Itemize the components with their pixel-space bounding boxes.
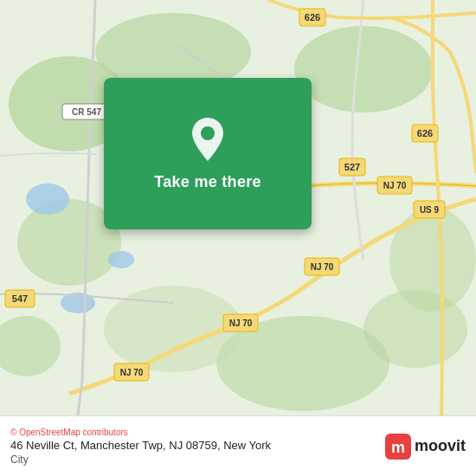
svg-text:527: 527 (344, 162, 360, 172)
osm-credit: © OpenStreetMap contributors (10, 428, 271, 437)
svg-text:CR 547: CR 547 (72, 107, 101, 117)
svg-text:NJ 70: NJ 70 (229, 318, 253, 328)
address-section: © OpenStreetMap contributors 46 Neville … (10, 428, 271, 466)
svg-point-34 (201, 126, 215, 140)
address-line1: 46 Neville Ct, Manchester Twp, NJ 08759,… (10, 439, 271, 452)
map-container: CR 547 626 626 527 NJ 70 US 9 NJ 70 NJ 7… (0, 0, 476, 415)
svg-point-8 (389, 208, 476, 312)
svg-text:NJ 70: NJ 70 (311, 262, 334, 272)
svg-text:US 9: US 9 (420, 205, 440, 215)
svg-point-3 (294, 26, 433, 113)
take-me-there-button[interactable]: Take me there (154, 173, 261, 191)
svg-text:NJ 70: NJ 70 (383, 181, 407, 190)
footer-bar: © OpenStreetMap contributors 46 Neville … (0, 415, 476, 476)
svg-point-10 (26, 183, 69, 215)
moovit-brand-text: moovit (415, 437, 466, 455)
svg-text:NJ 70: NJ 70 (120, 368, 144, 377)
svg-text:m: m (391, 439, 405, 456)
moovit-logo: m moovit (385, 434, 466, 460)
svg-text:626: 626 (305, 12, 320, 23)
address-line2: City (10, 453, 271, 466)
svg-point-11 (108, 251, 134, 268)
popup-card[interactable]: Take me there (104, 78, 312, 229)
svg-text:547: 547 (12, 293, 28, 304)
moovit-icon: m (385, 434, 411, 460)
location-pin-icon (187, 116, 228, 164)
svg-text:626: 626 (417, 128, 433, 138)
